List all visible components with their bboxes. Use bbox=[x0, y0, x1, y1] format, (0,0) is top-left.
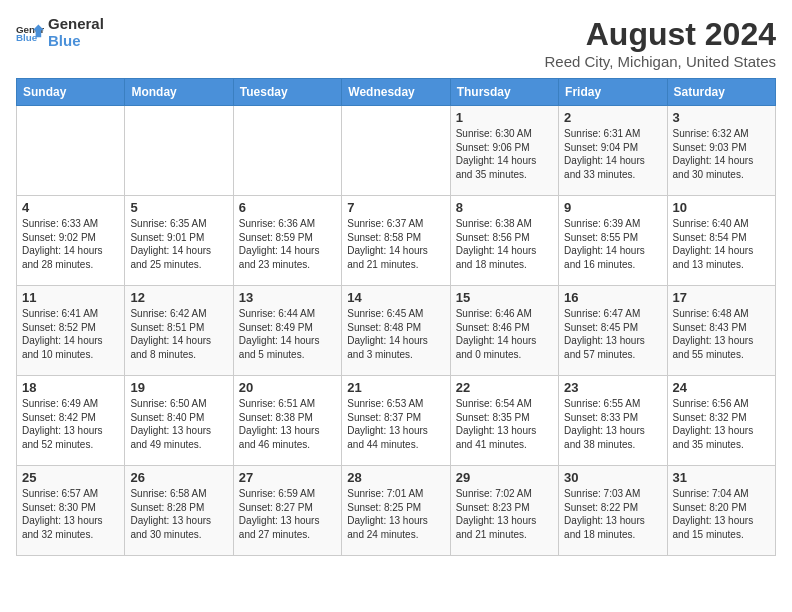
day-number: 16 bbox=[564, 290, 661, 305]
day-info: Sunrise: 6:55 AM Sunset: 8:33 PM Dayligh… bbox=[564, 397, 661, 451]
calendar-body: 1Sunrise: 6:30 AM Sunset: 9:06 PM Daylig… bbox=[17, 106, 776, 556]
day-info: Sunrise: 6:53 AM Sunset: 8:37 PM Dayligh… bbox=[347, 397, 444, 451]
week-row-5: 25Sunrise: 6:57 AM Sunset: 8:30 PM Dayli… bbox=[17, 466, 776, 556]
day-number: 5 bbox=[130, 200, 227, 215]
day-cell bbox=[17, 106, 125, 196]
day-cell: 15Sunrise: 6:46 AM Sunset: 8:46 PM Dayli… bbox=[450, 286, 558, 376]
day-cell: 3Sunrise: 6:32 AM Sunset: 9:03 PM Daylig… bbox=[667, 106, 775, 196]
day-cell: 29Sunrise: 7:02 AM Sunset: 8:23 PM Dayli… bbox=[450, 466, 558, 556]
day-info: Sunrise: 6:31 AM Sunset: 9:04 PM Dayligh… bbox=[564, 127, 661, 181]
day-info: Sunrise: 6:46 AM Sunset: 8:46 PM Dayligh… bbox=[456, 307, 553, 361]
week-row-1: 1Sunrise: 6:30 AM Sunset: 9:06 PM Daylig… bbox=[17, 106, 776, 196]
day-number: 21 bbox=[347, 380, 444, 395]
day-number: 19 bbox=[130, 380, 227, 395]
day-info: Sunrise: 6:54 AM Sunset: 8:35 PM Dayligh… bbox=[456, 397, 553, 451]
svg-text:Blue: Blue bbox=[16, 32, 38, 43]
subtitle: Reed City, Michigan, United States bbox=[545, 53, 777, 70]
day-cell: 30Sunrise: 7:03 AM Sunset: 8:22 PM Dayli… bbox=[559, 466, 667, 556]
day-info: Sunrise: 6:38 AM Sunset: 8:56 PM Dayligh… bbox=[456, 217, 553, 271]
day-cell: 17Sunrise: 6:48 AM Sunset: 8:43 PM Dayli… bbox=[667, 286, 775, 376]
day-info: Sunrise: 6:32 AM Sunset: 9:03 PM Dayligh… bbox=[673, 127, 770, 181]
day-cell: 18Sunrise: 6:49 AM Sunset: 8:42 PM Dayli… bbox=[17, 376, 125, 466]
day-number: 14 bbox=[347, 290, 444, 305]
day-cell: 11Sunrise: 6:41 AM Sunset: 8:52 PM Dayli… bbox=[17, 286, 125, 376]
day-info: Sunrise: 6:35 AM Sunset: 9:01 PM Dayligh… bbox=[130, 217, 227, 271]
logo: General Blue General Blue bbox=[16, 16, 104, 49]
day-number: 31 bbox=[673, 470, 770, 485]
day-cell: 22Sunrise: 6:54 AM Sunset: 8:35 PM Dayli… bbox=[450, 376, 558, 466]
day-number: 3 bbox=[673, 110, 770, 125]
day-info: Sunrise: 7:04 AM Sunset: 8:20 PM Dayligh… bbox=[673, 487, 770, 541]
day-number: 13 bbox=[239, 290, 336, 305]
day-info: Sunrise: 6:41 AM Sunset: 8:52 PM Dayligh… bbox=[22, 307, 119, 361]
day-number: 4 bbox=[22, 200, 119, 215]
logo-blue-text: Blue bbox=[48, 33, 104, 50]
day-number: 9 bbox=[564, 200, 661, 215]
day-cell: 16Sunrise: 6:47 AM Sunset: 8:45 PM Dayli… bbox=[559, 286, 667, 376]
day-cell: 27Sunrise: 6:59 AM Sunset: 8:27 PM Dayli… bbox=[233, 466, 341, 556]
day-info: Sunrise: 6:36 AM Sunset: 8:59 PM Dayligh… bbox=[239, 217, 336, 271]
day-number: 17 bbox=[673, 290, 770, 305]
day-cell: 23Sunrise: 6:55 AM Sunset: 8:33 PM Dayli… bbox=[559, 376, 667, 466]
day-cell: 4Sunrise: 6:33 AM Sunset: 9:02 PM Daylig… bbox=[17, 196, 125, 286]
day-number: 6 bbox=[239, 200, 336, 215]
day-number: 27 bbox=[239, 470, 336, 485]
day-cell bbox=[125, 106, 233, 196]
day-cell: 28Sunrise: 7:01 AM Sunset: 8:25 PM Dayli… bbox=[342, 466, 450, 556]
day-cell: 13Sunrise: 6:44 AM Sunset: 8:49 PM Dayli… bbox=[233, 286, 341, 376]
day-number: 23 bbox=[564, 380, 661, 395]
day-info: Sunrise: 6:49 AM Sunset: 8:42 PM Dayligh… bbox=[22, 397, 119, 451]
logo-general-text: General bbox=[48, 16, 104, 33]
day-cell: 19Sunrise: 6:50 AM Sunset: 8:40 PM Dayli… bbox=[125, 376, 233, 466]
day-cell: 10Sunrise: 6:40 AM Sunset: 8:54 PM Dayli… bbox=[667, 196, 775, 286]
day-number: 29 bbox=[456, 470, 553, 485]
day-cell: 12Sunrise: 6:42 AM Sunset: 8:51 PM Dayli… bbox=[125, 286, 233, 376]
day-info: Sunrise: 6:37 AM Sunset: 8:58 PM Dayligh… bbox=[347, 217, 444, 271]
day-of-week-wednesday: Wednesday bbox=[342, 79, 450, 106]
day-number: 7 bbox=[347, 200, 444, 215]
day-info: Sunrise: 6:42 AM Sunset: 8:51 PM Dayligh… bbox=[130, 307, 227, 361]
day-number: 1 bbox=[456, 110, 553, 125]
day-number: 28 bbox=[347, 470, 444, 485]
day-info: Sunrise: 6:48 AM Sunset: 8:43 PM Dayligh… bbox=[673, 307, 770, 361]
day-of-week-thursday: Thursday bbox=[450, 79, 558, 106]
calendar-header: SundayMondayTuesdayWednesdayThursdayFrid… bbox=[17, 79, 776, 106]
day-number: 8 bbox=[456, 200, 553, 215]
logo-icon: General Blue bbox=[16, 23, 44, 43]
title-area: August 2024 Reed City, Michigan, United … bbox=[545, 16, 777, 70]
day-cell: 24Sunrise: 6:56 AM Sunset: 8:32 PM Dayli… bbox=[667, 376, 775, 466]
day-number: 26 bbox=[130, 470, 227, 485]
day-number: 22 bbox=[456, 380, 553, 395]
day-cell: 20Sunrise: 6:51 AM Sunset: 8:38 PM Dayli… bbox=[233, 376, 341, 466]
main-title: August 2024 bbox=[545, 16, 777, 53]
day-info: Sunrise: 6:44 AM Sunset: 8:49 PM Dayligh… bbox=[239, 307, 336, 361]
day-cell: 2Sunrise: 6:31 AM Sunset: 9:04 PM Daylig… bbox=[559, 106, 667, 196]
day-cell: 26Sunrise: 6:58 AM Sunset: 8:28 PM Dayli… bbox=[125, 466, 233, 556]
day-cell: 7Sunrise: 6:37 AM Sunset: 8:58 PM Daylig… bbox=[342, 196, 450, 286]
day-cell bbox=[233, 106, 341, 196]
day-info: Sunrise: 6:50 AM Sunset: 8:40 PM Dayligh… bbox=[130, 397, 227, 451]
day-number: 15 bbox=[456, 290, 553, 305]
day-info: Sunrise: 6:45 AM Sunset: 8:48 PM Dayligh… bbox=[347, 307, 444, 361]
day-number: 20 bbox=[239, 380, 336, 395]
week-row-3: 11Sunrise: 6:41 AM Sunset: 8:52 PM Dayli… bbox=[17, 286, 776, 376]
day-info: Sunrise: 7:01 AM Sunset: 8:25 PM Dayligh… bbox=[347, 487, 444, 541]
calendar-table: SundayMondayTuesdayWednesdayThursdayFrid… bbox=[16, 78, 776, 556]
day-info: Sunrise: 7:02 AM Sunset: 8:23 PM Dayligh… bbox=[456, 487, 553, 541]
day-info: Sunrise: 6:30 AM Sunset: 9:06 PM Dayligh… bbox=[456, 127, 553, 181]
day-of-week-monday: Monday bbox=[125, 79, 233, 106]
day-of-week-friday: Friday bbox=[559, 79, 667, 106]
day-info: Sunrise: 6:56 AM Sunset: 8:32 PM Dayligh… bbox=[673, 397, 770, 451]
day-cell: 9Sunrise: 6:39 AM Sunset: 8:55 PM Daylig… bbox=[559, 196, 667, 286]
day-info: Sunrise: 6:40 AM Sunset: 8:54 PM Dayligh… bbox=[673, 217, 770, 271]
day-info: Sunrise: 6:58 AM Sunset: 8:28 PM Dayligh… bbox=[130, 487, 227, 541]
day-cell: 14Sunrise: 6:45 AM Sunset: 8:48 PM Dayli… bbox=[342, 286, 450, 376]
day-info: Sunrise: 7:03 AM Sunset: 8:22 PM Dayligh… bbox=[564, 487, 661, 541]
day-info: Sunrise: 6:39 AM Sunset: 8:55 PM Dayligh… bbox=[564, 217, 661, 271]
day-cell: 5Sunrise: 6:35 AM Sunset: 9:01 PM Daylig… bbox=[125, 196, 233, 286]
day-number: 2 bbox=[564, 110, 661, 125]
day-number: 30 bbox=[564, 470, 661, 485]
day-number: 18 bbox=[22, 380, 119, 395]
day-number: 25 bbox=[22, 470, 119, 485]
day-of-week-sunday: Sunday bbox=[17, 79, 125, 106]
